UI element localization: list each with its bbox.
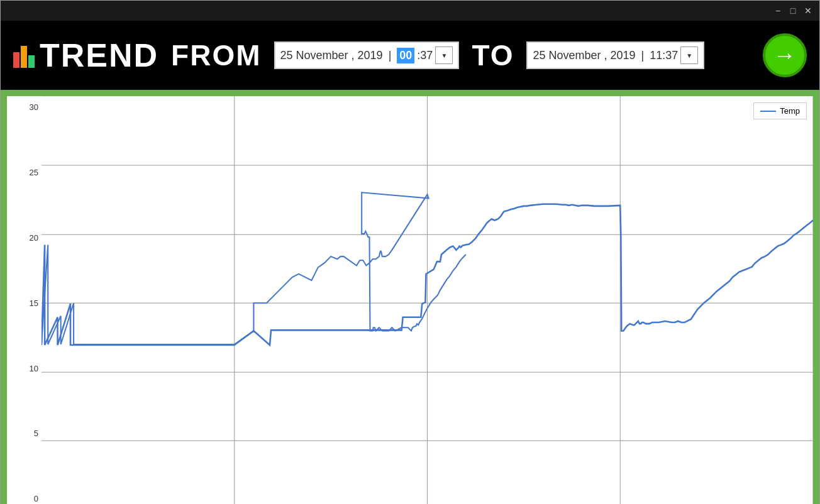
to-datetime-box[interactable]: 25 November , 2019 | 11:37 ▼ (526, 41, 704, 69)
from-datetime-picker-button[interactable]: ▼ (435, 47, 453, 64)
from-date-text: 25 November , 2019 (280, 49, 383, 62)
close-button[interactable]: ✕ (802, 4, 814, 17)
chart-inner: 30 25 20 15 10 5 0 (7, 96, 813, 504)
header: TREND FROM 25 November , 2019 | 00 :37 ▼… (1, 21, 819, 90)
chart-svg (42, 96, 813, 504)
bar1-icon (13, 52, 19, 68)
from-time-highlight[interactable]: 00 (397, 48, 414, 63)
from-datetime-box[interactable]: 25 November , 2019 | 00 :37 ▼ (274, 41, 460, 69)
legend-line-icon (760, 111, 776, 112)
to-label: TO (472, 38, 514, 72)
go-arrow-icon: → (773, 42, 796, 68)
maximize-button[interactable]: □ (787, 4, 799, 17)
y-label-30: 30 (10, 102, 38, 112)
chart-container: 30 25 20 15 10 5 0 (1, 90, 819, 504)
logo-bars-icon (13, 43, 35, 68)
y-label-10: 10 (10, 364, 38, 373)
y-label-15: 15 (10, 299, 38, 308)
bar3-icon (28, 55, 35, 68)
from-time-rest: :37 (417, 49, 433, 62)
y-axis: 30 25 20 15 10 5 0 (7, 96, 42, 504)
chart-plot-area: 2019-11-25 03:23:37 2019-11-25 06:10:17 … (42, 96, 813, 504)
from-separator: | (385, 49, 395, 62)
main-window: − □ ✕ TREND FROM 25 November , 2019 | 00… (0, 0, 820, 504)
y-label-5: 5 (10, 429, 38, 438)
bar2-icon (21, 46, 27, 68)
y-label-25: 25 (10, 168, 38, 177)
to-time-text: 11:37 (650, 49, 678, 62)
legend-label: Temp (780, 106, 800, 116)
y-label-0: 0 (10, 494, 38, 503)
y-label-20: 20 (10, 233, 38, 243)
go-button[interactable]: → (763, 33, 807, 77)
from-label: FROM (171, 38, 261, 72)
chart-legend: Temp (753, 102, 807, 119)
minimize-button[interactable]: − (772, 4, 784, 17)
title-bar: − □ ✕ (1, 1, 819, 21)
logo: TREND (13, 36, 158, 74)
logo-text: TREND (40, 36, 158, 74)
to-separator: | (638, 49, 648, 62)
to-datetime-picker-button[interactable]: ▼ (680, 47, 698, 64)
to-date-text: 25 November , 2019 (533, 49, 635, 62)
